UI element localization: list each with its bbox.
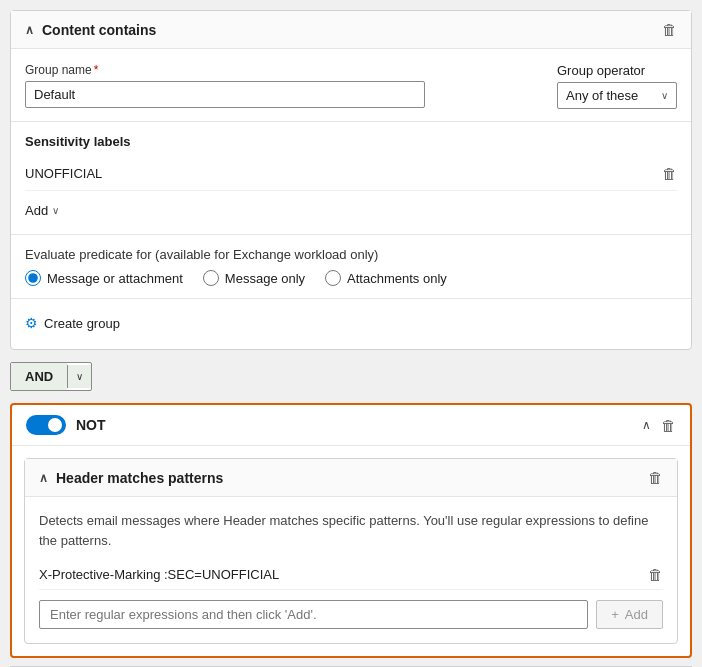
group-name-row: Group name* Group operator Any of these … — [25, 63, 677, 109]
content-contains-title-group: ∧ Content contains — [25, 22, 156, 38]
content-contains-card: ∧ Content contains 🗑 Group name* Group o… — [10, 10, 692, 350]
radio-message-only-input[interactable] — [203, 270, 219, 286]
content-contains-title: Content contains — [42, 22, 156, 38]
header-matches-collapse-icon[interactable]: ∧ — [39, 471, 48, 485]
radio-message-only-label: Message only — [225, 271, 305, 286]
pattern-item-label: X-Protective-Marking :SEC=UNOFFICIAL — [39, 567, 279, 582]
header-matches-body: Detects email messages where Header matc… — [25, 497, 677, 643]
group-operator-label: Group operator — [557, 63, 677, 78]
add-sensitivity-btn[interactable]: Add ∨ — [25, 199, 677, 222]
sensitivity-item: UNOFFICIAL 🗑 — [25, 157, 677, 191]
not-toggle-slider — [26, 415, 66, 435]
radio-message-or-attachment-label: Message or attachment — [47, 271, 183, 286]
not-header-left: NOT — [26, 415, 106, 435]
evaluate-section: Evaluate predicate for (available for Ex… — [25, 247, 677, 286]
not-header: NOT ∧ 🗑 — [12, 405, 690, 446]
radio-message-only[interactable]: Message only — [203, 270, 305, 286]
not-section: NOT ∧ 🗑 ∧ Header matches patterns 🗑 Dete… — [10, 403, 692, 658]
regex-input[interactable] — [39, 600, 588, 629]
add-label: Add — [25, 203, 48, 218]
add-expression-plus-icon: + — [611, 607, 619, 622]
create-group-icon: ⚙ — [25, 315, 38, 331]
and-operator-btn[interactable]: AND ∨ — [10, 362, 92, 391]
and-btn-arrow[interactable]: ∨ — [67, 365, 91, 388]
radio-attachments-only-label: Attachments only — [347, 271, 447, 286]
pattern-item: X-Protective-Marking :SEC=UNOFFICIAL 🗑 — [39, 560, 663, 590]
header-matches-header: ∧ Header matches patterns 🗑 — [25, 459, 677, 497]
group-operator-group: Group operator Any of these ∨ — [557, 63, 677, 109]
create-group-label: Create group — [44, 316, 120, 331]
group-operator-value: Any of these — [566, 88, 638, 103]
create-group-button[interactable]: ⚙ Create group — [25, 311, 677, 335]
and-btn-main[interactable]: AND — [11, 363, 67, 390]
radio-attachments-only[interactable]: Attachments only — [325, 270, 447, 286]
sensitivity-labels-section: Sensitivity labels UNOFFICIAL 🗑 Add ∨ — [25, 134, 677, 222]
add-expression-label: Add — [625, 607, 648, 622]
header-matches-card: ∧ Header matches patterns 🗑 Detects emai… — [24, 458, 678, 644]
add-chevron-icon: ∨ — [52, 205, 59, 216]
group-name-input[interactable] — [25, 81, 425, 108]
radio-attachments-only-input[interactable] — [325, 270, 341, 286]
content-contains-header: ∧ Content contains 🗑 — [11, 11, 691, 49]
group-name-label: Group name* — [25, 63, 425, 77]
header-matches-title-group: ∧ Header matches patterns — [39, 470, 223, 486]
group-operator-arrow-icon: ∨ — [661, 90, 668, 101]
add-expression-row: + Add — [39, 600, 663, 629]
section-divider-3 — [11, 298, 691, 299]
radio-group: Message or attachment Message only Attac… — [25, 270, 677, 286]
delete-sensitivity-item-icon[interactable]: 🗑 — [662, 165, 677, 182]
sensitivity-item-label: UNOFFICIAL — [25, 166, 102, 181]
radio-message-or-attachment-input[interactable] — [25, 270, 41, 286]
not-collapse-icon[interactable]: ∧ — [642, 418, 651, 432]
group-operator-select[interactable]: Any of these ∨ — [557, 82, 677, 109]
sensitivity-labels-title: Sensitivity labels — [25, 134, 677, 149]
section-divider-1 — [11, 121, 691, 122]
evaluate-label: Evaluate predicate for (available for Ex… — [25, 247, 677, 262]
collapse-icon[interactable]: ∧ — [25, 23, 34, 37]
delete-content-contains-icon[interactable]: 🗑 — [662, 21, 677, 38]
not-toggle[interactable] — [26, 415, 66, 435]
section-divider-2 — [11, 234, 691, 235]
group-name-group: Group name* — [25, 63, 425, 108]
content-contains-body: Group name* Group operator Any of these … — [11, 49, 691, 349]
header-matches-description: Detects email messages where Header matc… — [39, 511, 663, 550]
delete-header-matches-icon[interactable]: 🗑 — [648, 469, 663, 486]
radio-message-or-attachment[interactable]: Message or attachment — [25, 270, 183, 286]
delete-pattern-item-icon[interactable]: 🗑 — [648, 566, 663, 583]
and-container: AND ∨ — [10, 358, 692, 395]
not-header-right: ∧ 🗑 — [642, 417, 676, 434]
header-matches-title: Header matches patterns — [56, 470, 223, 486]
not-label: NOT — [76, 417, 106, 433]
delete-not-section-icon[interactable]: 🗑 — [661, 417, 676, 434]
add-expression-btn[interactable]: + Add — [596, 600, 663, 629]
